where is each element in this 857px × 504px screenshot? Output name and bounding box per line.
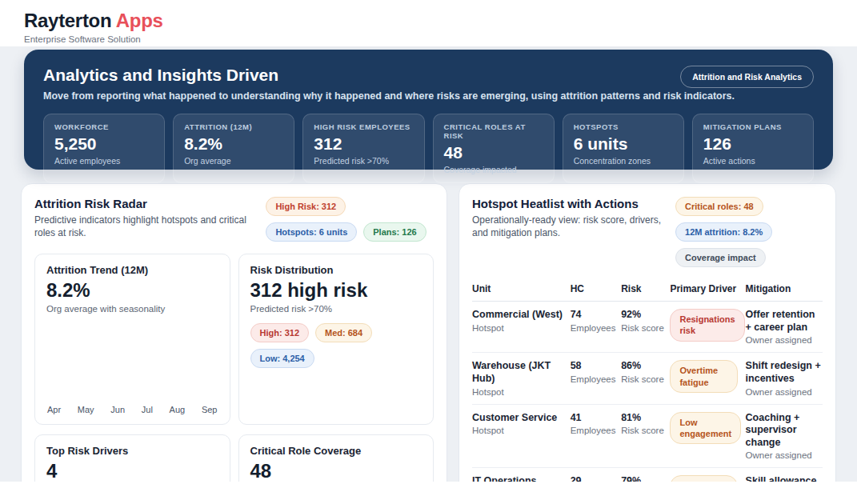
unit-sub: Hotspot — [472, 426, 564, 435]
hc-value: 29 — [571, 475, 617, 482]
plans-badge: Plans: 126 — [363, 222, 426, 242]
risk-value: 79% — [621, 475, 665, 482]
risk-sub: Risk score — [621, 323, 665, 333]
heatlist-panel-header: Hotspot Heatlist with Actions Operationa… — [472, 197, 823, 267]
risk-distribution-card: Risk Distribution 312 high risk Predicte… — [238, 254, 435, 425]
unit-sub: Hotspot — [472, 323, 564, 333]
stat-value: 126 — [703, 134, 803, 154]
primary-driver-badge: Resignations risk — [670, 309, 744, 342]
month-tick: Aug — [170, 405, 186, 414]
stat-value: 8.2% — [184, 134, 283, 154]
stat-card-attrition: ATTRITION (12M) 8.2% Org average — [173, 114, 294, 183]
risk-sub: Risk score — [621, 374, 665, 384]
risk-sub: Risk score — [621, 426, 665, 435]
stat-sub: Active employees — [54, 156, 154, 166]
column-header-primary-driver: Primary Driver — [670, 283, 745, 294]
month-tick: Jul — [142, 405, 153, 414]
stat-label: ATTRITION (12M) — [184, 122, 283, 131]
attrition-risk-radar-panel: Attrition Risk Radar Predictive indicato… — [21, 183, 447, 482]
risk-value: 81% — [621, 412, 665, 425]
hotspot-heatlist-panel: Hotspot Heatlist with Actions Operationa… — [459, 183, 836, 482]
heatlist-table: Unit HC Risk Primary Driver Mitigation C… — [472, 278, 823, 482]
radar-panel-title: Attrition Risk Radar — [34, 197, 258, 210]
stat-sub: Org average — [184, 156, 283, 166]
radar-panel-header: Attrition Risk Radar Predictive indicato… — [34, 197, 434, 242]
stat-value: 312 — [314, 134, 413, 154]
top-risk-drivers-card: Top Risk Drivers 4 Signals contributing … — [34, 434, 230, 482]
distribution-card-value: 312 high risk — [250, 279, 422, 302]
month-tick: Sep — [202, 405, 218, 414]
unit-name: Customer Service — [472, 412, 564, 425]
critical-roles-badge: Critical roles: 48 — [675, 197, 763, 216]
stat-label: HIGH RISK EMPLOYEES — [314, 122, 413, 131]
radar-subcards-row: Attrition Trend (12M) 8.2% Org average w… — [34, 254, 434, 425]
mitigation-action: Offer retention + career plan — [746, 309, 823, 334]
column-header-risk: Risk — [621, 283, 670, 294]
stat-sub: Coverage impacted — [444, 165, 543, 174]
stat-value: 5,250 — [54, 134, 154, 154]
radar-panel-subtitle: Predictive indicators highlight hotspots… — [34, 214, 258, 239]
hc-sub: Employees — [571, 323, 617, 333]
primary-driver-badge: Low engagement — [670, 412, 741, 445]
stat-label: CRITICAL ROLES AT RISK — [444, 122, 543, 140]
unit-name: Commercial (West) — [472, 309, 564, 322]
unit-name: IT Operations — [472, 475, 564, 482]
stat-label: MITIGATION PLANS — [703, 122, 803, 131]
trend-card-title: Attrition Trend (12M) — [46, 264, 218, 276]
distribution-badges: High: 312 Med: 684 Low: 4,254 — [250, 323, 422, 368]
trend-month-axis: Apr May Jun Jul Aug Sep — [46, 405, 218, 414]
month-tick: Jun — [110, 405, 125, 414]
med-count-badge: Med: 684 — [315, 323, 372, 342]
mitigation-action: Coaching + supervisor change — [746, 412, 823, 450]
stat-card-hotspots: HOTSPOTS 6 units Concentration zones — [563, 114, 684, 183]
table-header-row: Unit HC Risk Primary Driver Mitigation — [472, 278, 823, 302]
mitigation-action: Shift redesign + incentives — [746, 360, 823, 385]
stat-label: HOTSPOTS — [574, 122, 673, 131]
drivers-card-value: 4 — [46, 460, 218, 482]
low-count-badge: Low: 4,254 — [250, 349, 314, 368]
distribution-card-title: Risk Distribution — [250, 264, 422, 276]
heatlist-panel-badges: Critical roles: 48 12M attrition: 8.2% C… — [675, 197, 823, 267]
main-content: Analytics and Insights Driven Move from … — [0, 46, 857, 482]
hero-subtitle: Move from reporting what happened to und… — [43, 90, 814, 102]
column-header-hc: HC — [571, 283, 622, 294]
mitigation-owner: Owner assigned — [746, 450, 823, 460]
heatlist-panel-title: Hotspot Heatlist with Actions — [472, 197, 668, 210]
stat-card-critical-roles: CRITICAL ROLES AT RISK 48 Coverage impac… — [433, 114, 555, 183]
brand-header: Rayterton Apps Enterprise Software Solut… — [0, 0, 857, 46]
attrition-analytics-button[interactable]: Attrition and Risk Analytics — [680, 66, 814, 88]
stat-card-workforce: WORKFORCE 5,250 Active employees — [43, 114, 165, 183]
stat-card-mitigation-plans: MITIGATION PLANS 126 Active actions — [692, 114, 814, 183]
brand-title: Rayterton Apps — [24, 10, 833, 32]
column-header-mitigation: Mitigation — [746, 283, 823, 294]
mitigation-action: Skill allowance + internal mobility — [746, 475, 823, 482]
hc-sub: Employees — [571, 374, 617, 384]
distribution-card-sub: Predicted risk >70% — [250, 304, 422, 314]
brand-primary: Rayterton — [24, 10, 111, 31]
risk-value: 86% — [621, 360, 665, 373]
brand-accent: Apps — [116, 10, 163, 31]
coverage-impact-badge: Coverage impact — [675, 248, 766, 267]
high-risk-badge: High Risk: 312 — [266, 197, 346, 216]
unit-sub: Hotspot — [472, 387, 564, 397]
hc-sub: Employees — [571, 426, 617, 435]
hc-value: 41 — [571, 412, 617, 425]
stat-sub: Active actions — [703, 156, 803, 166]
stat-value: 48 — [444, 143, 543, 162]
trend-card-sub: Org average with seasonality — [46, 304, 218, 314]
drivers-card-title: Top Risk Drivers — [46, 445, 218, 457]
hotspots-badge: Hotspots: 6 units — [266, 222, 357, 242]
primary-driver-badge: Overtime fatigue — [670, 360, 737, 393]
stat-value: 6 units — [574, 134, 673, 154]
hc-value: 74 — [571, 309, 617, 322]
hero-stats-row: WORKFORCE 5,250 Active employees ATTRITI… — [43, 114, 814, 183]
panels-row: Attrition Risk Radar Predictive indicato… — [21, 183, 836, 482]
table-row: Warehouse (JKT Hub) Hotspot 58 Employees… — [472, 353, 823, 404]
primary-driver-badge: Market demand — [670, 475, 737, 482]
stat-sub: Concentration zones — [574, 156, 673, 166]
radar-panel-badges: High Risk: 312 Hotspots: 6 units Plans: … — [266, 197, 434, 242]
heatlist-panel-subtitle: Operationally-ready view: risk score, dr… — [472, 214, 668, 239]
table-row: IT Operations Hotspot 29 Employees 79% R… — [472, 468, 823, 482]
radar-bottom-row: Top Risk Drivers 4 Signals contributing … — [34, 434, 434, 482]
mitigation-owner: Owner assigned — [746, 335, 823, 345]
